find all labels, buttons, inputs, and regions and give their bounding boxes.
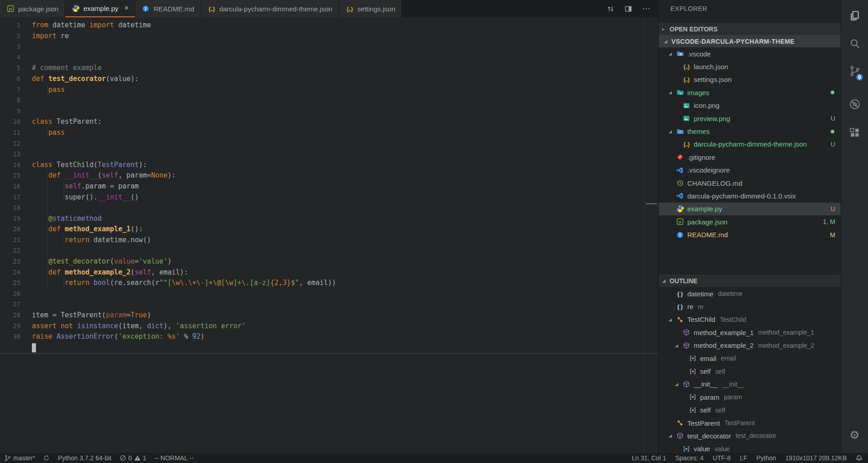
outline-item-self[interactable]: selfself [659,404,841,417]
svg-text:js: js [678,220,681,224]
symbol-detail: datetime [718,290,743,297]
git-status-badge: U [831,115,835,122]
outline-item-re[interactable]: { }rere [659,300,841,313]
variable-icon [689,393,697,401]
status-encoding[interactable]: UTF-8 [713,454,731,462]
outline-section-header[interactable]: ◢ OUTLINE [659,275,841,287]
outline-item-value[interactable]: valuevalue [659,443,841,453]
activity-explorer-button[interactable] [849,10,861,24]
code-line-11: 11 pass [0,127,658,138]
status-vim-mode[interactable]: -- NORMAL -- [154,454,193,462]
file-README.md[interactable]: README.mdM [659,228,841,241]
outline-tree: { }datetimedatetime{ }rere◢TestChildTest… [659,287,841,453]
twisty-expanded-icon: ◢ [669,433,676,438]
variable-icon [689,407,697,414]
item-label: __init__ [694,380,718,388]
explorer-panel: EXPLORER ▸ OPEN EDITORS ◢ VSCODE-DARCULA… [658,0,841,453]
outline-item-self[interactable]: selfself [659,365,841,377]
tab-example.py[interactable]: example.py× [65,0,135,17]
activity-debug-button[interactable] [849,98,861,112]
code-line-6: 6def test_decorator(value): [0,74,658,85]
outline-item-datetime[interactable]: { }datetimedatetime [659,287,841,300]
scrollbar-track[interactable] [645,17,645,453]
status-language-mode[interactable]: Python [756,454,777,462]
method-icon [676,432,684,439]
file-images[interactable]: ◢images [659,86,841,99]
git-status-badge: U [831,141,835,148]
tab-package.json[interactable]: jspackage.json [0,0,65,17]
tab-settings.json[interactable]: {..}settings.json [339,0,402,17]
outline-item-TestChild[interactable]: ◢TestChildTestChild [659,313,841,326]
close-tab-icon[interactable]: × [124,5,128,12]
line-number: 12 [0,138,20,149]
open-editors-section[interactable]: ▸ OPEN EDITORS [659,23,841,35]
item-label: TestChild [687,315,716,323]
file-.gitignore[interactable]: .gitignore [659,151,841,163]
git-status-dot [831,130,834,133]
file-CHANGELOG.md[interactable]: CHANGELOG.md [659,177,841,189]
open-changes-button[interactable] [607,5,614,13]
code-lines: 1from datetime import datetime2import re… [0,20,658,342]
file-settings.json[interactable]: {..}settings.json [659,73,841,86]
status-problems[interactable]: 01 [120,454,147,462]
status-python-interpreter[interactable]: Python 3.7.2 64-bit [58,454,112,462]
code-editor[interactable]: 1from datetime import datetime2import re… [0,17,658,453]
tab-label: package.json [18,5,58,13]
symbol-detail: __init__ [722,381,745,388]
more-actions-button[interactable]: ⋯ [642,4,651,14]
project-root-section[interactable]: ◢ VSCODE-DARCULA-PYCHARM-THEME [659,35,841,47]
tab-label: README.md [153,5,194,13]
item-label: README.md [687,231,728,239]
file-launch.json[interactable]: {..}launch.json [659,60,841,73]
file-preview.png[interactable]: preview.pngU [659,112,841,125]
outline-item-method_example_2[interactable]: ◢method_example_2method_example_2 [659,339,841,352]
method-icon [682,342,690,349]
open-editors-label: OPEN EDITORS [670,25,718,33]
status-notifications[interactable] [856,455,863,462]
outline-item-email[interactable]: emailemail [659,352,841,365]
outline-item-param[interactable]: paramparam [659,391,841,403]
activity-extensions-button[interactable] [849,127,861,141]
split-editor-button[interactable] [624,5,632,13]
status-indentation[interactable]: Spaces: 4 [675,454,703,462]
variable-icon [682,445,690,453]
outline-item-TestParent[interactable]: TestParentTestParent [659,417,841,429]
item-label: package.json [687,218,727,226]
item-label: CHANGELOG.md [687,179,742,187]
status-sync[interactable] [43,455,50,461]
chevron-expanded-icon: ◢ [662,279,670,283]
status-resolution[interactable]: 1910x1017 209.12KB [785,454,847,462]
indent-guide [47,203,48,214]
tab-darcula-pycharm-dimmed-theme.json[interactable]: {..}darcula-pycharm-dimmed-theme.json [201,0,339,17]
vscode-icon [676,192,684,199]
outline-item-method_example_1[interactable]: method_example_1method_example_1 [659,326,841,339]
outline-item-__init__[interactable]: ◢__init____init__ [659,378,841,391]
activity-settings-button[interactable]: ⚙ [849,428,859,442]
item-label: darcula-pycharm-dimmed-theme.json [694,140,807,148]
code-line-26: 26 [0,289,658,300]
line-number: 20 [0,224,20,235]
chevron-expanded-icon: ◢ [664,39,671,44]
status-eol[interactable]: LF [740,454,747,462]
tab-README.md[interactable]: README.md [135,0,201,17]
file-themes[interactable]: ◢themes [659,125,841,137]
file-.vscode[interactable]: ◢.vscode [659,47,841,60]
file-package.json[interactable]: jspackage.json1, M [659,215,841,228]
line-number: 26 [0,289,20,300]
item-label: self [700,367,711,375]
file-icon.png[interactable]: icon.png [659,99,841,112]
outline-item-test_decorator[interactable]: ◢test_decoratortest_decorator [659,429,841,442]
code-line-16: 16 self.param = param [0,181,658,192]
variable-icon [689,355,697,362]
status-cursor-position[interactable]: Ln 31, Col 1 [632,454,666,462]
file-darcula-pycharm-dimmed-0.1.0.vsix[interactable]: darcula-pycharm-dimmed-0.1.0.vsix [659,189,841,202]
activity-search-button[interactable] [849,38,861,51]
status-git-branch[interactable]: master* [5,454,35,462]
symbol-detail: re [698,303,703,310]
file-.vscodeignore[interactable]: .vscodeignore [659,164,841,177]
activity-source-control-button[interactable]: 9 [849,65,861,79]
tab-label: example.py [83,5,118,12]
code-line-17: 17 super().__init__() [0,192,658,203]
file-darcula-pycharm-dimmed-theme.json[interactable]: {..}darcula-pycharm-dimmed-theme.jsonU [659,138,841,151]
file-example.py[interactable]: example.pyU [659,203,841,215]
